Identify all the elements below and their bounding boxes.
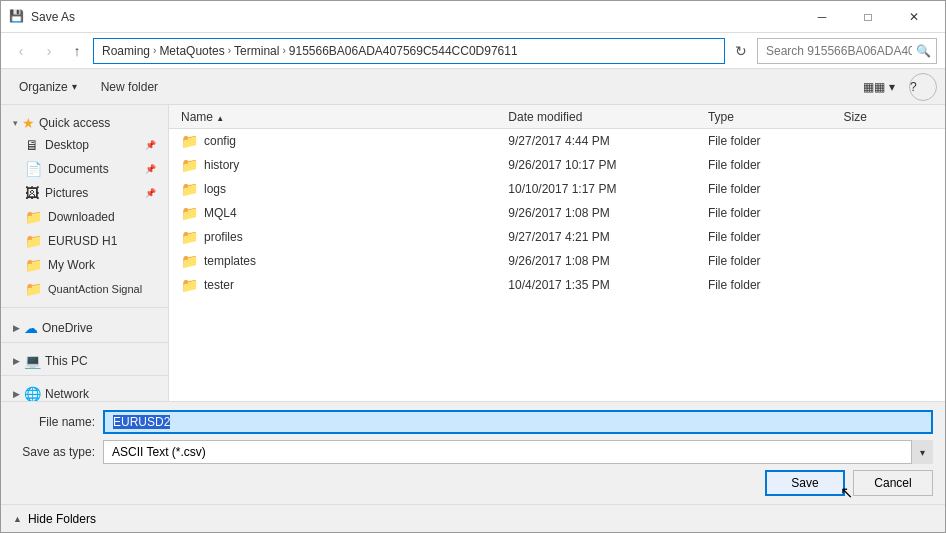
maximize-button[interactable]: □ (845, 1, 891, 33)
table-row[interactable]: 📁 MQL4 9/26/2017 1:08 PM File folder (169, 201, 945, 225)
file-name: history (204, 158, 239, 172)
file-type: File folder (704, 206, 840, 220)
view-button[interactable]: ▦▦ ▾ (853, 73, 905, 101)
organize-dropdown-icon: ▾ (72, 81, 77, 92)
column-name[interactable]: Name ▲ (177, 110, 504, 124)
quantaction-icon: 📁 (25, 281, 42, 297)
eurusd-label: EURUSD H1 (48, 234, 117, 248)
file-name: config (204, 134, 236, 148)
main-area: ▾ ★ Quick access 🖥 Desktop 📌 📄 Documents… (1, 105, 945, 401)
file-type: File folder (704, 254, 840, 268)
desktop-icon: 🖥 (25, 137, 39, 153)
desktop-label: Desktop (45, 138, 89, 152)
up-button[interactable]: ↑ (65, 39, 89, 63)
pictures-icon: 🖼 (25, 185, 39, 201)
column-date[interactable]: Date modified (504, 110, 704, 124)
sidebar-item-mywork[interactable]: 📁 My Work (1, 253, 168, 277)
table-row[interactable]: 📁 config 9/27/2017 4:44 PM File folder (169, 129, 945, 153)
documents-pin: 📌 (145, 164, 156, 174)
quantaction-label: QuantAction Signal (48, 283, 142, 295)
bottom-section: File name: Save as type: ASCII Text (*.c… (1, 401, 945, 504)
quick-access-icon: ★ (22, 115, 35, 131)
savetype-select[interactable]: ASCII Text (*.csv) (103, 440, 933, 464)
new-folder-label: New folder (101, 80, 158, 94)
sidebar-item-desktop[interactable]: 🖥 Desktop 📌 (1, 133, 168, 157)
path-terminal: Terminal (234, 44, 279, 58)
sidebar-item-network[interactable]: ▶ 🌐 Network (1, 380, 168, 401)
quick-access-section[interactable]: ▾ ★ Quick access (1, 109, 168, 133)
mywork-label: My Work (48, 258, 95, 272)
table-row[interactable]: 📁 templates 9/26/2017 1:08 PM File folde… (169, 249, 945, 273)
quick-access-chevron: ▾ (13, 118, 18, 128)
file-type: File folder (704, 230, 840, 244)
pictures-label: Pictures (45, 186, 88, 200)
file-date: 10/10/2017 1:17 PM (504, 182, 704, 196)
file-area: Name ▲ Date modified Type Size 📁 config (169, 105, 945, 401)
table-row[interactable]: 📁 history 9/26/2017 10:17 PM File folder (169, 153, 945, 177)
refresh-button[interactable]: ↻ (729, 39, 753, 63)
sidebar-item-eurusd[interactable]: 📁 EURUSD H1 (1, 229, 168, 253)
pictures-pin: 📌 (145, 188, 156, 198)
downloaded-label: Downloaded (48, 210, 115, 224)
documents-icon: 📄 (25, 161, 42, 177)
sidebar-item-onedrive[interactable]: ▶ ☁ OneDrive (1, 314, 168, 338)
file-type: File folder (704, 278, 840, 292)
file-name: MQL4 (204, 206, 237, 220)
column-type[interactable]: Type (704, 110, 840, 124)
file-type: File folder (704, 134, 840, 148)
sidebar-item-thispc[interactable]: ▶ 💻 This PC (1, 347, 168, 371)
close-button[interactable]: ✕ (891, 1, 937, 33)
window-controls: ─ □ ✕ (799, 1, 937, 33)
file-type: File folder (704, 182, 840, 196)
network-icon: 🌐 (24, 386, 41, 401)
thispc-label: This PC (45, 354, 88, 368)
file-date: 9/27/2017 4:21 PM (504, 230, 704, 244)
sidebar-item-pictures[interactable]: 🖼 Pictures 📌 (1, 181, 168, 205)
path-current: 915566BA06ADA407569C544CC0D97611 (289, 44, 518, 58)
sort-arrow: ▲ (216, 114, 224, 123)
eurusd-icon: 📁 (25, 233, 42, 249)
sidebar: ▾ ★ Quick access 🖥 Desktop 📌 📄 Documents… (1, 105, 169, 401)
table-row[interactable]: 📁 profiles 9/27/2017 4:21 PM File folder (169, 225, 945, 249)
save-button[interactable]: Save (765, 470, 845, 496)
file-type: File folder (704, 158, 840, 172)
sidebar-divider3 (1, 375, 168, 376)
new-folder-button[interactable]: New folder (91, 73, 168, 101)
organize-button[interactable]: Organize ▾ (9, 73, 87, 101)
table-row[interactable]: 📁 logs 10/10/2017 1:17 PM File folder (169, 177, 945, 201)
network-label: Network (45, 387, 89, 401)
onedrive-label: OneDrive (42, 321, 93, 335)
mywork-icon: 📁 (25, 257, 42, 273)
save-label: Save (791, 476, 818, 490)
file-date: 9/26/2017 1:08 PM (504, 206, 704, 220)
file-date: 10/4/2017 1:35 PM (504, 278, 704, 292)
filename-label: File name: (13, 415, 103, 429)
table-row[interactable]: 📁 tester 10/4/2017 1:35 PM File folder (169, 273, 945, 297)
thispc-icon: 💻 (24, 353, 41, 369)
file-date: 9/26/2017 1:08 PM (504, 254, 704, 268)
file-list-header: Name ▲ Date modified Type Size (169, 105, 945, 129)
forward-button[interactable]: › (37, 39, 61, 63)
savetype-select-wrapper: ASCII Text (*.csv) ▾ (103, 440, 933, 464)
search-input[interactable] (757, 38, 937, 64)
address-path[interactable]: Roaming › MetaQuotes › Terminal › 915566… (93, 38, 725, 64)
search-icon: 🔍 (916, 44, 931, 58)
folder-icon: 📁 (181, 229, 198, 245)
hide-folders-bar[interactable]: ▲ Hide Folders (1, 504, 945, 532)
back-button[interactable]: ‹ (9, 39, 33, 63)
network-chevron: ▶ (13, 389, 20, 399)
sidebar-item-documents[interactable]: 📄 Documents 📌 (1, 157, 168, 181)
cancel-button[interactable]: Cancel (853, 470, 933, 496)
help-button[interactable]: ? (909, 73, 937, 101)
file-name: profiles (204, 230, 243, 244)
title-bar: 💾 Save As ─ □ ✕ (1, 1, 945, 33)
view-icon: ▦▦ (863, 80, 885, 94)
filename-input[interactable] (103, 410, 933, 434)
file-name: templates (204, 254, 256, 268)
sidebar-item-downloaded[interactable]: 📁 Downloaded (1, 205, 168, 229)
sidebar-divider2 (1, 342, 168, 343)
sidebar-item-quantaction[interactable]: 📁 QuantAction Signal (1, 277, 168, 301)
minimize-button[interactable]: ─ (799, 1, 845, 33)
folder-icon: 📁 (181, 205, 198, 221)
column-size[interactable]: Size (840, 110, 937, 124)
